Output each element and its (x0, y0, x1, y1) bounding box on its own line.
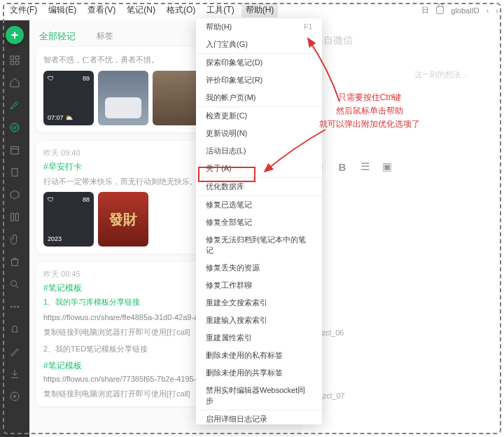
svg-rect-5 (11, 146, 19, 154)
dropdown-item[interactable]: 启用详细日志记录 (196, 410, 322, 424)
rail-plus-icon[interactable] (8, 390, 21, 403)
rail-grid-icon[interactable] (8, 54, 21, 67)
callout-text: 只需要按住Ctrl键 然后鼠标单击帮助 就可以弹出附加优化选项了 (319, 91, 420, 132)
dropdown-item[interactable]: 帮助(H)F1 (196, 18, 322, 36)
list-button[interactable]: ☰ (358, 160, 371, 173)
dropdown-item[interactable]: 修复丢失的资源 (196, 259, 322, 277)
menu-format[interactable]: 格式(O) (162, 3, 200, 18)
bold-button[interactable]: B (336, 160, 349, 173)
sidebar-rail: + (0, 20, 29, 437)
menu-note[interactable]: 笔记(N) (122, 3, 160, 18)
chevron-right-icon[interactable]: › (496, 6, 498, 15)
dropdown-item[interactable]: 重建属性索引 (196, 329, 322, 347)
thumbnail (98, 71, 148, 125)
rail-search-icon[interactable] (8, 278, 21, 291)
rail-box-icon[interactable] (8, 188, 21, 201)
rail-dots-icon[interactable] (8, 300, 21, 313)
svg-rect-6 (12, 169, 18, 176)
menu-file[interactable]: 文件(F) (6, 3, 41, 18)
dropdown-item[interactable]: 检查更新(C) (196, 107, 322, 125)
svg-rect-0 (10, 56, 14, 60)
svg-point-8 (10, 306, 12, 307)
rail-home-icon[interactable] (8, 76, 21, 89)
annotation-arrow-icon (259, 126, 329, 182)
thumbnail: 🛡89 07:07 ⛅ (43, 71, 94, 125)
svg-point-10 (18, 306, 19, 307)
menu-tools[interactable]: 工具(T) (202, 3, 238, 18)
dropdown-item[interactable]: 删除未使用的私有标签 (196, 347, 322, 364)
menubar: 文件(F) 编辑(E) 查看(V) 笔记(N) 格式(O) 工具(T) 帮助(H… (0, 0, 504, 20)
image-button[interactable]: ▣ (381, 160, 393, 173)
rail-pencil-icon[interactable] (8, 345, 21, 358)
dropdown-item[interactable]: 修复全部笔记 (196, 214, 322, 231)
dropdown-item[interactable]: 修复已选笔记 (196, 196, 322, 214)
rail-clip-icon[interactable] (8, 233, 21, 246)
thumbnail: 發財 (98, 192, 148, 247)
rail-trash-icon[interactable] (8, 256, 21, 268)
lock-icon (436, 6, 444, 14)
rail-download-icon[interactable] (8, 368, 21, 380)
rail-clipboard-icon[interactable] (8, 166, 21, 179)
dropdown-item[interactable]: 禁用实时编辑器Websocket同步 (196, 382, 322, 410)
menu-edit[interactable]: 编辑(E) (44, 3, 80, 18)
svg-point-7 (11, 281, 17, 286)
rail-pen-icon[interactable] (8, 99, 21, 111)
editor-placeholder[interactable]: 这一刻的想法... (414, 69, 467, 80)
dropdown-item[interactable]: 删除未使用的共享标签 (196, 364, 322, 382)
svg-point-9 (14, 306, 15, 307)
rail-check-icon[interactable] (8, 121, 21, 134)
svg-rect-3 (15, 61, 19, 64)
menu-view[interactable]: 查看(V) (83, 3, 120, 18)
svg-rect-1 (15, 56, 19, 60)
header-globalid: globalID (451, 6, 479, 15)
dropdown-item[interactable]: 修复无法归档到笔记本中的笔记 (196, 231, 322, 259)
tab-all-notes[interactable]: 全部轻记 (39, 30, 76, 43)
tab-tags[interactable]: 标签 (97, 30, 113, 43)
rail-calendar-icon[interactable] (8, 144, 21, 156)
new-note-button[interactable]: + (6, 26, 24, 44)
thumbnail: 🛡88 2023 (43, 192, 94, 247)
rail-book-icon[interactable] (8, 211, 21, 223)
dropdown-item[interactable]: 修复工作群聊 (196, 277, 322, 294)
header-date: 日 (421, 5, 429, 15)
dropdown-item[interactable]: 重建全文搜索索引 (196, 294, 322, 312)
svg-rect-2 (10, 61, 14, 64)
menu-help[interactable]: 帮助(H) (241, 3, 279, 18)
dropdown-item[interactable]: 重建输入搜索索引 (196, 312, 322, 329)
rail-bell-icon[interactable] (8, 323, 21, 335)
chevron-left-icon[interactable]: ‹ (486, 6, 489, 15)
